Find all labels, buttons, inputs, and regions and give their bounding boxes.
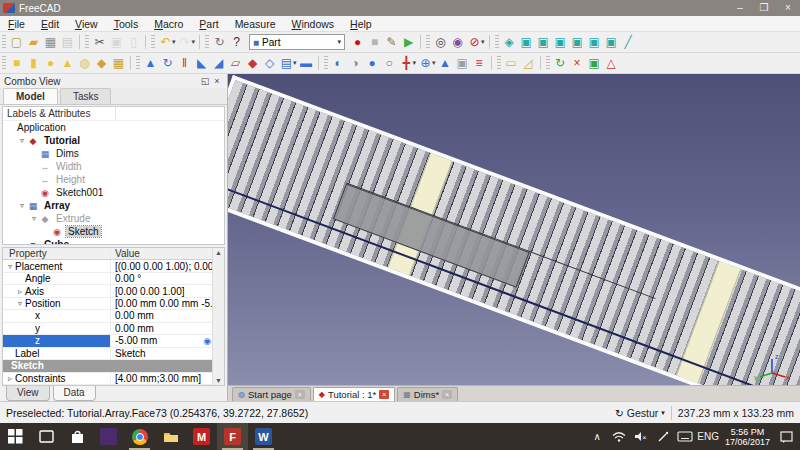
- boolean-icon[interactable]: ◐: [330, 55, 347, 72]
- part-cylinder-icon[interactable]: ▮: [25, 55, 42, 72]
- property-row-placement[interactable]: ▿Placement[(0.00 0.00 1.00); 0.00 °; (0.…: [3, 260, 224, 272]
- tree-item-array[interactable]: ▿▦Array: [3, 199, 224, 212]
- close-button[interactable]: ×: [776, 0, 800, 16]
- cut-icon[interactable]: ◑: [347, 55, 364, 72]
- 3d-canvas[interactable]: z x y: [228, 74, 800, 385]
- open-folder-icon[interactable]: ▰: [25, 34, 42, 51]
- fillet-icon[interactable]: ◣: [193, 55, 210, 72]
- view-top-icon[interactable]: ▣: [535, 34, 552, 51]
- measure-toggle-3d-icon[interactable]: ▣: [586, 55, 603, 72]
- measure-linear-icon[interactable]: ▭: [503, 55, 520, 72]
- 3d-viewport[interactable]: z x y ◍Start page×◆Tutorial : 1*×▦Dims*×: [228, 74, 800, 401]
- view-right-icon[interactable]: ▣: [552, 34, 569, 51]
- highlight-slat-2[interactable]: [676, 261, 741, 384]
- property-scrollbar[interactable]: ▲▼: [212, 248, 224, 385]
- property-row-label[interactable]: LabelSketch: [3, 348, 224, 360]
- menu-help[interactable]: Help: [342, 16, 380, 32]
- cross-sections-dropdown-icon[interactable]: ▾: [293, 59, 297, 67]
- part-torus-icon[interactable]: ◍: [76, 55, 93, 72]
- taskbar-clock[interactable]: 5:56 PM17/06/2017: [721, 427, 774, 447]
- tray-hidden-icons-icon[interactable]: ∧: [587, 423, 607, 450]
- expression-editor-icon[interactable]: ◉: [203, 336, 211, 346]
- tray-touch-keyboard-icon[interactable]: [675, 423, 695, 450]
- refresh-icon[interactable]: ↻: [211, 34, 228, 51]
- cut-icon[interactable]: ✂: [91, 34, 108, 51]
- tree-item-width[interactable]: ↔Width: [3, 160, 224, 173]
- expander-icon[interactable]: ▹: [15, 287, 25, 296]
- tab-data[interactable]: Data: [53, 386, 96, 401]
- menu-measure[interactable]: Measure: [227, 16, 284, 32]
- view-bottom-icon[interactable]: ▣: [586, 34, 603, 51]
- taskbar-app-purple-icon[interactable]: [93, 423, 124, 450]
- copy-icon[interactable]: ▣: [108, 34, 125, 51]
- close-tab-icon[interactable]: ×: [442, 390, 452, 399]
- restore-button[interactable]: ❐: [752, 0, 776, 16]
- tree-item-height[interactable]: ↔Height: [3, 173, 224, 186]
- tray-action-center-icon[interactable]: [776, 423, 796, 450]
- measure-angular-icon[interactable]: ◿: [520, 55, 537, 72]
- part-box-icon[interactable]: ■: [8, 55, 25, 72]
- expander-icon[interactable]: ▿: [15, 299, 25, 308]
- union-icon[interactable]: ●: [364, 55, 381, 72]
- whats-this-icon[interactable]: ?: [228, 34, 245, 51]
- document-tab-dims-[interactable]: ▦Dims*×: [397, 387, 458, 401]
- menu-view[interactable]: View: [67, 16, 106, 32]
- part-sphere-icon[interactable]: ●: [42, 55, 59, 72]
- property-row-position[interactable]: ▿Position[0.00 mm 0.00 mm -5.00 mm]: [3, 298, 224, 310]
- menu-windows[interactable]: Windows: [283, 16, 342, 32]
- chamfer-icon[interactable]: ◢: [210, 55, 227, 72]
- language-indicator[interactable]: ENG: [697, 423, 719, 450]
- taskbar-freecad-icon[interactable]: F: [217, 423, 248, 450]
- expander-icon[interactable]: ▿: [5, 262, 15, 271]
- extrude-icon[interactable]: ▲: [142, 55, 159, 72]
- taskbar-store-icon[interactable]: [62, 423, 93, 450]
- part-cone-icon[interactable]: ▲: [59, 55, 76, 72]
- defeaturing-icon[interactable]: ▣: [454, 55, 471, 72]
- tab-view[interactable]: View: [6, 386, 50, 401]
- expander-icon[interactable]: ▿: [17, 201, 27, 210]
- taskbar-start-icon[interactable]: [0, 423, 31, 450]
- navigation-style-dropdown[interactable]: ↻ Gestur ▾: [615, 407, 665, 419]
- save-icon[interactable]: ▦: [42, 34, 59, 51]
- ruled-surface-icon[interactable]: ▱: [227, 55, 244, 72]
- revolve-icon[interactable]: ↻: [159, 55, 176, 72]
- workbench-selector[interactable]: ■Part▾: [249, 34, 345, 50]
- expander-icon[interactable]: ▿: [17, 136, 27, 145]
- tree-item-extrude[interactable]: ▿◆Extrude: [3, 212, 224, 225]
- close-tab-icon[interactable]: ×: [379, 390, 389, 399]
- expander-icon[interactable]: ▹: [5, 374, 15, 383]
- tray-volume-muted-icon[interactable]: ×: [631, 423, 651, 450]
- taskbar-word-icon[interactable]: W: [248, 423, 279, 450]
- loft-icon[interactable]: ◆: [244, 55, 261, 72]
- tree-item-cube[interactable]: ■Cube: [3, 238, 224, 245]
- tab-tasks[interactable]: Tasks: [60, 88, 112, 104]
- menu-tools[interactable]: Tools: [106, 16, 147, 32]
- menu-part[interactable]: Part: [191, 16, 226, 32]
- undo-dropdown-icon[interactable]: ▾: [172, 38, 176, 46]
- minimize-button[interactable]: –: [728, 0, 752, 16]
- mirror-icon[interactable]: ‖: [176, 55, 193, 72]
- fit-all-icon[interactable]: ◎: [432, 34, 449, 51]
- zoom-icon[interactable]: ◉: [449, 34, 466, 51]
- array-model[interactable]: [228, 75, 800, 385]
- macro-play-icon[interactable]: ▶: [400, 34, 417, 51]
- draw-style-dropdown-icon[interactable]: ▾: [481, 38, 485, 46]
- shape-builder-icon[interactable]: ◆: [93, 55, 110, 72]
- tree-item-tutorial[interactable]: ▿◆Tutorial: [3, 134, 224, 147]
- tab-model[interactable]: Model: [3, 88, 58, 104]
- property-row-sketch[interactable]: Sketch: [3, 360, 224, 372]
- tree-item-sketch[interactable]: ◉Sketch: [3, 225, 224, 238]
- measure-refresh-icon[interactable]: ↻: [552, 55, 569, 72]
- document-tab-start-page[interactable]: ◍Start page×: [232, 387, 311, 401]
- measure-toggle-icon[interactable]: ╱: [620, 34, 637, 51]
- cross-section-icon[interactable]: ≡: [471, 55, 488, 72]
- property-row-y[interactable]: y0.00 mm: [3, 323, 224, 335]
- property-row-z[interactable]: z-5.00 mm◉▴▾: [3, 335, 224, 347]
- menu-file[interactable]: File: [0, 16, 33, 32]
- measure-toggle-delta-icon[interactable]: △: [603, 55, 620, 72]
- view-left-icon[interactable]: ▣: [603, 34, 620, 51]
- paste-icon[interactable]: ▯: [125, 34, 142, 51]
- menu-macro[interactable]: Macro: [146, 16, 191, 32]
- panel-close-icon[interactable]: ×: [211, 76, 223, 86]
- tree-item-application[interactable]: Application: [3, 121, 224, 134]
